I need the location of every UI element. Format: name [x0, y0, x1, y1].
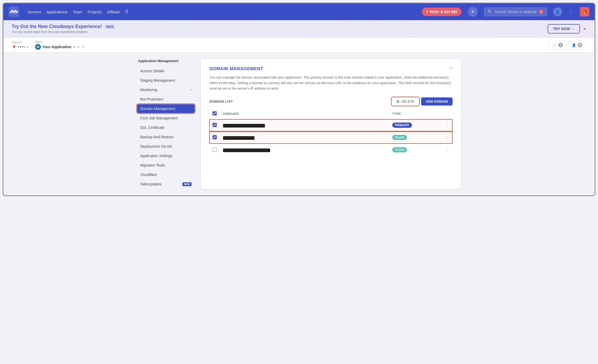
row3-domain-cell — [220, 144, 389, 156]
panel-header: DOMAIN MANAGEMENT ? — [209, 66, 453, 72]
nav-logo — [9, 7, 19, 17]
type-col-header: TYPE — [389, 109, 442, 119]
sidebar-item-monitoring[interactable]: Monitoring ▾ — [137, 85, 195, 94]
breadcrumb-right: 📄 1 👤 0 — [548, 41, 586, 49]
deployment-label: Deployment Via Git — [140, 144, 172, 148]
sidebar-item-cloudflare[interactable]: Cloudflare — [137, 170, 195, 179]
chevron-down-icon: ▾ — [190, 88, 192, 92]
nav-projects[interactable]: Projects — [88, 10, 102, 14]
row3-type-cell: ALIAS — [389, 144, 442, 156]
row2-checkbox[interactable] — [213, 135, 217, 139]
row1-check-cell — [209, 119, 220, 131]
row3-checkbox[interactable] — [213, 147, 217, 152]
row1-action-cell: ⋮ — [442, 119, 453, 131]
row-menu-icon[interactable]: ⋮ — [445, 123, 449, 128]
row3-action-cell: ⋮ — [442, 144, 453, 156]
bot-protection-label: Bot Protection — [140, 97, 163, 101]
sidebar-item-domain-management[interactable]: Domain Management — [137, 104, 195, 113]
promo-banner: Try Out the New Cloudways Experience! BE… — [3, 20, 595, 38]
app-name: Your Application — [42, 45, 71, 49]
nav-grid-icon[interactable]: ⠿ — [125, 9, 128, 15]
team-icon: 👤 — [572, 43, 576, 47]
trash-icon: 🗑 — [396, 100, 400, 103]
help-icon[interactable]: ? — [450, 66, 453, 72]
nav-more-icon[interactable]: ⋮ — [568, 9, 574, 15]
server-selector[interactable]: ▼ •••• ▾ — [12, 44, 29, 50]
add-new-button[interactable]: + — [468, 7, 478, 17]
try-now-button[interactable]: TRY NOW → — [548, 24, 580, 34]
cloudflare-label: Cloudflare — [140, 173, 157, 177]
sidebar-item-cron-job[interactable]: Cron Job Management — [137, 114, 195, 123]
search-box: 🔍 1 — [484, 8, 547, 16]
sidebar-item-access-details[interactable]: Access Details — [137, 67, 195, 75]
app-selector[interactable]: W Your Application ▾ ✏ ↗ — [35, 44, 84, 50]
sidebar-item-bot-protection[interactable]: Bot Protection — [137, 95, 195, 104]
app-settings-label: Application Settings — [140, 154, 172, 158]
domains-col-header: DOMAINS — [220, 109, 389, 119]
edit-icon[interactable]: ✏ — [77, 45, 80, 49]
sidebar-item-backup[interactable]: Backup And Restore — [137, 133, 195, 141]
gift-button[interactable]: 🎁 — [580, 7, 589, 16]
ssl-label: SSL Certificate — [140, 125, 165, 130]
domain-name-redacted — [223, 136, 254, 140]
table-header: DOMAINS TYPE — [209, 109, 453, 119]
domain-table: DOMAINS TYPE — [209, 109, 453, 156]
gift-icon: 🎁 — [582, 9, 587, 14]
row-menu-icon[interactable]: ⋮ — [445, 135, 449, 140]
team-button[interactable]: 👤 0 — [568, 41, 586, 49]
vultr-icon: ▼ — [12, 44, 17, 50]
sidebar-item-ssl[interactable]: SSL Certificate — [137, 123, 195, 132]
content-panel: DOMAIN MANAGEMENT ? You can manage the d… — [201, 59, 461, 189]
primary-badge: PRIMARY — [392, 123, 412, 128]
breadcrumb-bar: Servers ▼ •••• ▾ › Apps W Your Applicati… — [3, 38, 595, 53]
row2-check-cell — [209, 131, 220, 144]
app-container: Servers Applications Team Projects Affil… — [3, 3, 595, 196]
file-icon: 📄 — [552, 43, 557, 47]
table-row: PRIMARY ⋮ — [209, 119, 453, 131]
sidebar-item-app-settings[interactable]: Application Settings — [137, 151, 195, 160]
safeupdates-label: SafeUpdates — [140, 182, 161, 186]
banner-actions: TRY NOW → × — [548, 24, 586, 34]
sidebar-item-safeupdates[interactable]: SafeUpdates NEW — [137, 180, 195, 189]
apps-breadcrumb: Apps W Your Application ▾ ✏ ↗ — [35, 40, 84, 50]
file-count-badge: 1 — [558, 43, 563, 47]
row-menu-icon[interactable]: ⋮ — [445, 147, 449, 152]
banner-close-button[interactable]: × — [583, 26, 586, 32]
delete-button[interactable]: 🗑 DELETE — [392, 97, 419, 106]
sidebar-item-deployment[interactable]: Deployment Via Git — [137, 142, 195, 151]
search-input[interactable] — [495, 10, 537, 14]
action-col-header — [442, 109, 453, 119]
migration-label: Migration Tools — [140, 163, 165, 167]
file-manager-button[interactable]: 📄 1 — [548, 41, 567, 49]
sidebar-item-migration[interactable]: Migration Tools — [137, 161, 195, 170]
user-avatar[interactable]: 👤 — [553, 7, 562, 16]
row1-type-cell: PRIMARY — [389, 119, 442, 131]
nav-team[interactable]: Team — [73, 10, 83, 14]
staging-label: Staging Management — [140, 78, 175, 82]
row2-type-cell: ALIAS — [389, 131, 442, 144]
table-row: ALIAS ⋮ — [209, 144, 453, 156]
apps-label: Apps — [35, 40, 84, 43]
external-link-icon[interactable]: ↗ — [81, 45, 85, 49]
nav-servers[interactable]: Servers — [28, 10, 41, 14]
domain-actions: 🗑 DELETE ADD DOMAIN — [392, 97, 453, 106]
breadcrumb-arrow: › — [31, 43, 32, 47]
breadcrumb-left: Servers ▼ •••• ▾ › Apps W Your Applicati… — [12, 40, 85, 50]
domain-table-body: PRIMARY ⋮ — [209, 119, 453, 156]
refer-button[interactable]: ♥ Refer & Get $50 — [422, 8, 461, 16]
user-icon: 👤 — [555, 9, 560, 14]
server-name: •••• — [18, 45, 25, 49]
sidebar-item-staging[interactable]: Staging Management — [137, 76, 195, 85]
backup-label: Backup And Restore — [140, 135, 174, 139]
cron-job-label: Cron Job Management — [140, 116, 177, 120]
alias-badge: ALIAS — [392, 147, 407, 152]
server-dropdown-icon: ▾ — [27, 45, 29, 49]
add-domain-button[interactable]: ADD DOMAIN — [421, 97, 453, 106]
monitoring-label: Monitoring — [140, 88, 157, 92]
row1-checkbox[interactable] — [213, 123, 217, 127]
row2-domain-cell — [220, 131, 389, 144]
nav-applications[interactable]: Applications — [46, 10, 68, 14]
nav-affiliate[interactable]: Affiliate — [107, 10, 120, 14]
main-content: Application Management Access Details St… — [129, 53, 469, 195]
select-all-checkbox[interactable] — [213, 111, 217, 115]
